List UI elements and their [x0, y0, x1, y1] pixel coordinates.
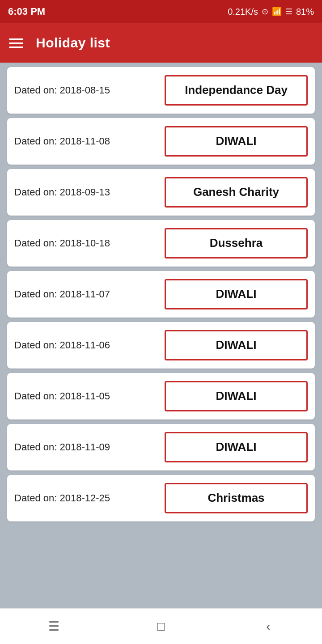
holiday-date: Dated on: 2018-11-09 [14, 441, 165, 453]
holiday-name: Ganesh Charity [193, 185, 279, 199]
holiday-name: Christmas [208, 491, 264, 505]
holiday-name: DIWALI [216, 338, 257, 352]
nav-menu-icon[interactable]: ☰ [40, 613, 67, 640]
holiday-name: DIWALI [216, 440, 257, 454]
holiday-name-box: DIWALI [165, 381, 308, 411]
holiday-card[interactable]: Dated on: 2018-11-09DIWALI [7, 424, 315, 470]
holiday-date: Dated on: 2018-11-07 [14, 288, 165, 300]
holiday-date: Dated on: 2018-09-13 [14, 186, 165, 198]
signal-icon: ☰ [285, 7, 292, 17]
holiday-name-box: DIWALI [165, 126, 308, 157]
holiday-name-box: DIWALI [165, 432, 308, 462]
app-bar: Holiday list [0, 23, 322, 63]
holiday-date: Dated on: 2018-08-15 [14, 85, 165, 96]
holiday-card[interactable]: Dated on: 2018-11-05DIWALI [7, 373, 315, 419]
status-bar: 6:03 PM 0.21K/s ⊙ 📶 ☰ 81% [0, 0, 322, 23]
bottom-nav: ☰ □ ‹ [0, 608, 322, 644]
holiday-date: Dated on: 2018-11-05 [14, 390, 165, 402]
holiday-name: DIWALI [216, 389, 257, 403]
nav-home-icon[interactable]: □ [148, 613, 174, 640]
holiday-date: Dated on: 2018-11-06 [14, 339, 165, 351]
nav-back-icon[interactable]: ‹ [255, 613, 282, 640]
page-title: Holiday list [36, 35, 110, 51]
holiday-date: Dated on: 2018-12-25 [14, 492, 165, 504]
holiday-name-box: Christmas [165, 483, 308, 513]
status-time: 6:03 PM [8, 6, 45, 17]
holiday-name-box: Independance Day [165, 75, 308, 106]
holiday-date: Dated on: 2018-11-08 [14, 136, 165, 147]
holiday-card[interactable]: Dated on: 2018-10-18Dussehra [7, 220, 315, 267]
headset-icon: ⊙ [262, 7, 268, 17]
holiday-name: DIWALI [216, 287, 257, 301]
holiday-name: Dussehra [210, 236, 263, 250]
holiday-card[interactable]: Dated on: 2018-08-15Independance Day [7, 67, 315, 114]
holiday-name-box: DIWALI [165, 279, 308, 309]
wifi-icon: 📶 [272, 7, 282, 17]
network-speed: 0.21K/s [228, 7, 258, 17]
holiday-name-box: DIWALI [165, 330, 308, 360]
holiday-card[interactable]: Dated on: 2018-11-06DIWALI [7, 322, 315, 369]
holiday-name-box: Dussehra [165, 228, 308, 258]
holiday-date: Dated on: 2018-10-18 [14, 237, 165, 249]
status-right: 0.21K/s ⊙ 📶 ☰ 81% [228, 7, 314, 17]
battery-level: 81% [296, 7, 314, 17]
holiday-card[interactable]: Dated on: 2018-12-25Christmas [7, 475, 315, 521]
holiday-list: Dated on: 2018-08-15Independance DayDate… [0, 63, 322, 608]
holiday-card[interactable]: Dated on: 2018-09-13Ganesh Charity [7, 169, 315, 216]
holiday-card[interactable]: Dated on: 2018-11-07DIWALI [7, 271, 315, 318]
holiday-name: DIWALI [216, 134, 257, 148]
menu-button[interactable] [9, 38, 23, 48]
holiday-name-box: Ganesh Charity [165, 177, 308, 208]
holiday-name: Independance Day [185, 83, 288, 97]
holiday-card[interactable]: Dated on: 2018-11-08DIWALI [7, 118, 315, 165]
